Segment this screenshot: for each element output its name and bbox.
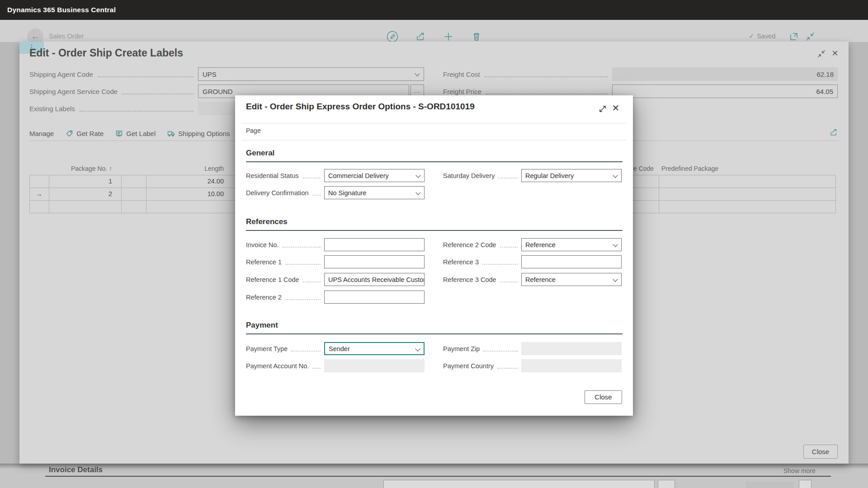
length-cell [146, 200, 224, 213]
partial-disabled-field [746, 482, 793, 488]
page-menu[interactable]: Page [246, 127, 261, 134]
dotted-leader [312, 190, 321, 196]
share-icon [829, 127, 839, 137]
chevron-down-icon [415, 190, 420, 195]
manage-menu[interactable]: Manage [29, 130, 54, 137]
invoice-no-input[interactable] [324, 238, 425, 251]
get-rate-button[interactable]: Get Rate [66, 130, 104, 137]
invoice-details-title: Invoice Details [49, 465, 103, 474]
column-header-package-no[interactable]: Package No. ↑ [49, 165, 112, 172]
chevron-down-icon [415, 71, 420, 76]
freight-price-input[interactable]: 64.05 [612, 84, 838, 98]
residential-status-label: Residential Status [246, 172, 299, 179]
partial-input-field[interactable] [383, 480, 655, 488]
delivery-confirmation-label: Delivery Confirmation [246, 189, 309, 197]
modal-expand-button[interactable] [599, 105, 607, 113]
freight-cost-label: Freight Cost [443, 70, 480, 78]
package-no-cell[interactable]: 2 [49, 188, 112, 200]
chevron-down-icon [613, 242, 618, 247]
add-button[interactable] [443, 31, 454, 42]
invoice-details-section: Invoice Details Show more [0, 464, 868, 488]
shipping-options-button[interactable]: Shipping Options [167, 130, 230, 137]
sales-order-header [0, 20, 868, 42]
payment-type-label: Payment Type [246, 345, 288, 352]
section-rule [45, 476, 831, 477]
section-title-references: References [246, 217, 288, 226]
open-in-window-button[interactable] [789, 32, 799, 42]
payment-account-no-label: Payment Account No. [246, 362, 309, 370]
reference-2-code-label: Reference 2 Code [443, 241, 496, 249]
pencil-circle-icon [387, 31, 398, 42]
saturday-delivery-label: Saturday Delivery [443, 172, 495, 179]
delete-button[interactable] [471, 31, 482, 42]
show-more-link[interactable]: Show more [783, 467, 816, 474]
dotted-leader [500, 242, 518, 248]
column-header-code-partial[interactable]: e Code [633, 165, 660, 172]
sort-ascending-icon: ↑ [109, 165, 112, 172]
modal-close-button[interactable]: Close [585, 390, 622, 404]
payment-country-field [521, 359, 622, 372]
app-title: Dynamics 365 Business Central [7, 0, 116, 20]
delivery-confirmation-select[interactable]: No Signature [324, 186, 425, 199]
dialog-title: Edit - Order Ship Create Labels [29, 47, 183, 59]
dotted-leader [483, 346, 518, 352]
divider [241, 123, 627, 123]
modal-close-icon[interactable]: ✕ [611, 103, 621, 113]
check-icon: ✓ [749, 33, 754, 40]
dotted-leader [285, 259, 321, 265]
dialog-shadow [0, 464, 868, 469]
label-icon [115, 130, 123, 137]
table-grid-line [659, 175, 659, 213]
expand-icon [599, 105, 607, 113]
edit-button[interactable] [387, 31, 398, 42]
collapse-window-button[interactable] [805, 32, 815, 42]
chevron-down-icon [415, 173, 420, 178]
page-caption[interactable]: Sales Order [49, 33, 84, 40]
column-header-predefined-package[interactable]: Predefined Package [661, 165, 752, 172]
reference-2-input[interactable] [324, 291, 425, 304]
invoice-no-label: Invoice No. [246, 241, 279, 249]
share-button[interactable] [415, 31, 426, 42]
package-no-cell [49, 200, 112, 213]
dotted-leader [302, 173, 321, 178]
dialog-collapse-button[interactable] [817, 49, 826, 58]
package-no-cell[interactable]: 1 [49, 175, 112, 188]
dialog-toolbar: Manage Get Rate Get Label Shipping Optio… [29, 127, 230, 140]
residential-status-select[interactable]: Commercial Delivery [324, 169, 425, 182]
reference-2-label: Reference 2 [246, 294, 282, 301]
dotted-leader [485, 71, 608, 77]
reference-2-code-select[interactable]: Reference [521, 238, 622, 251]
shipping-agent-code-select[interactable]: UPS [198, 67, 424, 81]
payment-country-label: Payment Country [443, 362, 494, 370]
modal-title: Edit - Order Ship Express Order Options … [246, 102, 475, 112]
share-icon [415, 31, 426, 42]
length-cell[interactable]: 24.00 [146, 175, 224, 188]
share-page-button[interactable] [829, 127, 839, 137]
payment-account-no-field [324, 359, 425, 372]
dialog-close-button[interactable]: Close [803, 445, 838, 459]
save-status-label: Saved [757, 33, 775, 40]
section-title-general: General [246, 149, 274, 158]
column-header-length[interactable]: Length [146, 165, 224, 172]
saturday-delivery-select[interactable]: Regular Delivery [521, 169, 622, 182]
length-cell[interactable]: 10.00 [146, 188, 224, 200]
dotted-leader [303, 277, 321, 282]
get-label-button[interactable]: Get Label [115, 130, 156, 137]
app-header: Dynamics 365 Business Central [0, 0, 868, 20]
payment-type-select[interactable]: Sender [324, 342, 425, 355]
price-tag-icon [66, 130, 73, 137]
reference-3-input[interactable] [521, 255, 622, 268]
dotted-leader [98, 71, 193, 77]
dialog-close-icon[interactable]: ✕ [830, 49, 840, 58]
reference-1-code-field[interactable]: UPS Accounts Receivable Customer [324, 273, 425, 286]
divider [241, 140, 627, 141]
partial-assist-button[interactable] [799, 480, 811, 488]
trash-icon [471, 31, 482, 42]
reference-1-input[interactable] [324, 255, 425, 268]
partial-assist-button[interactable] [658, 480, 675, 488]
reference-1-code-label: Reference 1 Code [246, 276, 299, 283]
plus-icon [443, 31, 454, 42]
screen: Dynamics 365 Business Central ← Sales Or… [0, 0, 868, 488]
section-rule [246, 161, 623, 162]
reference-3-code-select[interactable]: Reference [521, 273, 622, 286]
